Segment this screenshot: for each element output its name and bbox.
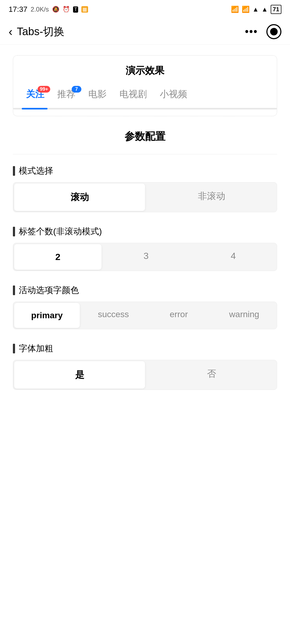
nav-left: ‹ Tabs-切换 (9, 24, 64, 39)
segment-color-primary[interactable]: primary (14, 303, 80, 328)
segment-mode-scroll[interactable]: 滚动 (14, 184, 145, 211)
tab-tuijian[interactable]: 推荐 7 (51, 88, 82, 108)
segment-count-3[interactable]: 3 (103, 243, 190, 271)
demo-section: 演示效果 关注 99+ 推荐 7 电影 电视剧 小视频 (13, 55, 277, 116)
segment-color-warning[interactable]: warning (212, 302, 277, 329)
section-bold-label: 字体加粗 (13, 343, 277, 354)
section-bar-3 (13, 286, 15, 295)
tabs-active-indicator (22, 108, 48, 109)
tab-xiaoshipin-label: 小视频 (160, 89, 187, 99)
segment-bold-no[interactable]: 否 (146, 360, 277, 390)
tab-tuijian-badge: 7 (72, 86, 81, 93)
tab-dianshiju[interactable]: 电视剧 (113, 88, 153, 108)
segment-mode: 滚动 非滚动 (13, 182, 277, 212)
tab-guanzhu[interactable]: 关注 99+ (22, 88, 51, 108)
tab-xiaoshipin[interactable]: 小视频 (153, 88, 194, 108)
tabs-row: 关注 99+ 推荐 7 电影 电视剧 小视频 (22, 88, 268, 108)
section-color-text: 活动选项字颜色 (19, 284, 79, 296)
segment-count-4[interactable]: 4 (190, 243, 277, 271)
signal-icon: 🔕 (52, 6, 59, 13)
config-divider (13, 154, 277, 154)
segment-mode-noscroll[interactable]: 非滚动 (146, 182, 277, 212)
app-icon: ▦ (81, 6, 88, 13)
signal-bars2-icon: 📶 (242, 6, 250, 13)
segment-color-success[interactable]: success (81, 302, 146, 329)
page-title: Tabs-切换 (17, 24, 65, 39)
segment-count-2[interactable]: 2 (14, 244, 102, 270)
segment-bold: 是 否 (13, 360, 277, 390)
section-bar-2 (13, 227, 15, 236)
section-bar-4 (13, 344, 15, 353)
section-mode-text: 模式选择 (19, 165, 53, 177)
section-mode-label: 模式选择 (13, 165, 277, 177)
wifi-icon: ▲ (252, 6, 259, 13)
battery-value: 71 (273, 6, 279, 13)
demo-title: 演示效果 (22, 64, 268, 77)
more-button[interactable]: ••• (245, 25, 258, 38)
record-dot (270, 28, 278, 35)
tab-dianshiju-label: 电视剧 (119, 89, 147, 99)
back-button[interactable]: ‹ (9, 26, 13, 38)
tiktok-icon: T (73, 6, 78, 13)
signal-bars-icon: 📶 (231, 6, 239, 13)
battery-indicator: 71 (271, 5, 281, 14)
config-title: 参数配置 (0, 130, 290, 143)
status-bar: 17:37 2.0K/s 🔕 ⏰ T ▦ 📶 📶 ▲ ▲ 71 (0, 0, 290, 19)
tab-dianying-label: 电影 (88, 89, 107, 99)
record-button[interactable] (266, 24, 281, 39)
network-speed: 2.0K/s (31, 6, 49, 13)
nav-bar: ‹ Tabs-切换 ••• (0, 19, 290, 45)
wifi2-icon: ▲ (262, 6, 268, 13)
section-count-text: 标签个数(非滚动模式) (19, 226, 102, 237)
status-time: 17:37 2.0K/s 🔕 ⏰ T ▦ (9, 5, 88, 14)
tabs-indicator-bar (13, 108, 277, 109)
segment-count: 2 3 4 (13, 243, 277, 271)
segment-bold-yes[interactable]: 是 (14, 361, 145, 389)
segment-color-error[interactable]: error (146, 302, 212, 329)
segment-color: primary success error warning (13, 302, 277, 329)
status-icons: 📶 📶 ▲ ▲ 71 (231, 5, 281, 14)
section-count-label: 标签个数(非滚动模式) (13, 226, 277, 237)
section-color-label: 活动选项字颜色 (13, 284, 277, 296)
tab-dianying[interactable]: 电影 (82, 88, 113, 108)
section-bar-1 (13, 166, 15, 176)
tab-guanzhu-badge: 99+ (38, 86, 50, 93)
time-text: 17:37 (9, 5, 27, 14)
nav-right: ••• (245, 24, 281, 39)
alarm-icon: ⏰ (63, 6, 70, 13)
section-bold-text: 字体加粗 (19, 343, 53, 354)
